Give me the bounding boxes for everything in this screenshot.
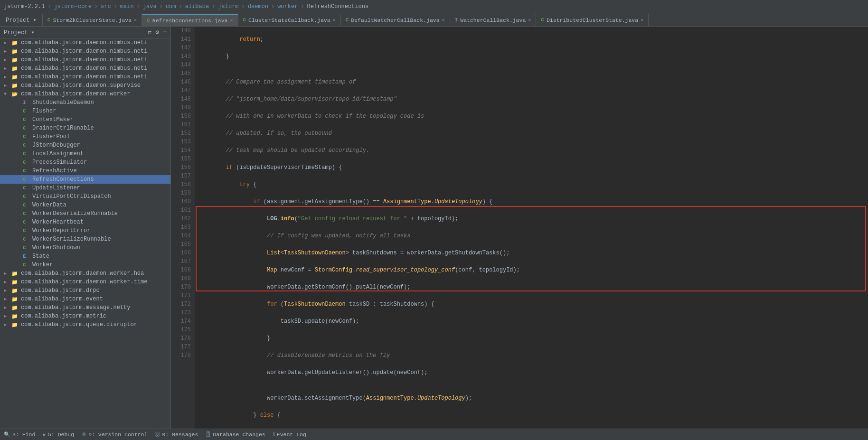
tree-label: Worker	[32, 262, 53, 268]
tree-label: WorkerShutdown	[32, 244, 80, 251]
tree-item-updatelistener[interactable]: C UpdateListener	[0, 184, 170, 192]
tree-item-nimbus1[interactable]: ▶ 📁 com.alibaba.jstorm.daemon.nimbus.net…	[0, 38, 170, 47]
tree-label: com.alibaba.jstorm.drpc	[21, 287, 100, 294]
tree-item-state[interactable]: E State	[0, 252, 170, 261]
tree-item-nimbus5[interactable]: ▶ 📁 com.alibaba.jstorm.daemon.nimbus.net…	[0, 73, 170, 81]
status-terminal[interactable]: ▶ 5: Debug	[43, 431, 74, 438]
tab-close-icon[interactable]: ✕	[442, 17, 445, 23]
messages-icon: ⓪	[155, 431, 160, 438]
line-num-161: 161	[175, 206, 191, 215]
event-log-icon: ℹ	[273, 431, 275, 438]
tree-item-worker[interactable]: C Worker	[0, 261, 170, 269]
tab-watcher-callback[interactable]: I WatcherCallBack.java ✕	[450, 14, 537, 26]
code-scroll[interactable]: 140 141 142 143 144 145 146 147 148 149 …	[171, 27, 868, 429]
tree-item-flusherpool[interactable]: C FlusherPool	[0, 132, 170, 141]
tab-distributed-cluster[interactable]: C DistributedClusterState.java ✕	[536, 14, 649, 26]
breadcrumb-core[interactable]: jstorm-core	[54, 3, 92, 10]
tree-item-localassignment[interactable]: C LocalAssignment	[0, 150, 170, 158]
tree-item-workerheartbeat[interactable]: C WorkerHeartbeat	[0, 218, 170, 226]
breadcrumb-daemon[interactable]: daemon	[248, 3, 268, 10]
find-icon: 🔍	[4, 431, 10, 438]
line-num-148: 148	[175, 95, 191, 103]
tree-item-virtualport[interactable]: C VirtualPortCtrlDispatch	[0, 192, 170, 201]
tab-close-icon[interactable]: ✕	[641, 17, 643, 23]
tree-label: VirtualPortCtrlDispatch	[32, 193, 111, 200]
tree-item-worker-folder[interactable]: ▼ 📂 com.alibaba.jstorm.daemon.worker	[0, 90, 170, 98]
sidebar-icon-gear[interactable]: ⚙	[155, 28, 159, 36]
line-num-165: 165	[175, 240, 191, 249]
tree-item-workershutdown[interactable]: C WorkerShutdown	[0, 243, 170, 252]
breadcrumb-alibaba[interactable]: alibaba	[185, 3, 209, 10]
tree-item-worker-hea[interactable]: ▶ 📁 com.alibaba.jstorm.daemon.worker.hea	[0, 269, 170, 278]
status-event-log[interactable]: ℹ Event Log	[273, 431, 306, 438]
tab-close-icon[interactable]: ✕	[230, 18, 233, 23]
code-line-153: List<TaskShutdownDaemon> taskShutdowns =…	[198, 249, 868, 257]
tree-item-processsimulator[interactable]: C ProcessSimulator	[0, 158, 170, 167]
tree-item-nimbus2[interactable]: ▶ 📁 com.alibaba.jstorm.daemon.nimbus.net…	[0, 47, 170, 56]
code-line-156: for (TaskShutdownDaemon taskSD : taskShu…	[198, 300, 868, 309]
tree-item-workerdeserialize[interactable]: C WorkerDeserializeRunnable	[0, 209, 170, 218]
breadcrumb-class[interactable]: RefreshConnections	[307, 3, 369, 10]
sidebar-icon-minimize[interactable]: ─	[163, 28, 167, 36]
tree-item-jstormdebugger[interactable]: C JStormDebugger	[0, 141, 170, 150]
tree-item-refreshactive[interactable]: C RefreshActive	[0, 167, 170, 175]
sidebar[interactable]: Project ▾ ⇄ ⚙ ─ ▶ 📁 com.alibaba.jstorm.d…	[0, 27, 171, 429]
tree-item-shutdownable[interactable]: I ShutdownableDaemon	[0, 98, 170, 107]
tab-bar: Project ▾ C StormZkClusterState.java ✕ C…	[0, 13, 868, 27]
tree-item-netty[interactable]: ▶ 📁 com.alibaba.jstorm.message.netty	[0, 303, 170, 312]
class-type-icon: C	[23, 142, 30, 148]
code-line-151: LOG.info("Get config reload request for …	[198, 215, 868, 223]
tree-item-workerdata[interactable]: C WorkerData	[0, 201, 170, 209]
tree-item-contextmaker[interactable]: C ContextMaker	[0, 115, 170, 124]
status-messages[interactable]: ⓪ 0: Messages	[155, 431, 198, 438]
sidebar-title: Project ▾	[4, 29, 35, 36]
status-db[interactable]: 🗄 Database Changes	[206, 431, 265, 438]
line-num-142: 142	[175, 44, 191, 52]
tab-close-icon[interactable]: ✕	[528, 17, 531, 23]
tab-refresh-connections[interactable]: C RefreshConnections.java ✕	[142, 14, 238, 26]
tab-storm-zk[interactable]: C StormZkClusterState.java ✕	[43, 14, 142, 26]
main-layout: Project ▾ ⇄ ⚙ ─ ▶ 📁 com.alibaba.jstorm.d…	[0, 27, 868, 429]
tab-close-icon[interactable]: ✕	[333, 17, 336, 23]
status-vcs[interactable]: ⑨ 9: Version Control	[82, 431, 147, 438]
tree-item-drpc[interactable]: ▶ 📁 com.alibaba.jstorm.drpc	[0, 286, 170, 295]
folder-icon: 📁	[11, 66, 19, 72]
tree-label: WorkerReportError	[32, 227, 90, 234]
tab-cluster-callback[interactable]: C ClusterStateCallback.java ✕	[238, 14, 341, 26]
tree-item-workerserialize[interactable]: C WorkerSerializeRunnable	[0, 235, 170, 243]
line-num-152: 152	[175, 129, 191, 138]
tab-type-icon: C	[147, 18, 150, 23]
class-type-icon: C	[23, 177, 30, 182]
code-line-144: // "jstorm_home/data/supervisor/topo-id/…	[198, 95, 868, 103]
breadcrumb-worker[interactable]: worker	[277, 3, 298, 10]
line-num-178: 178	[175, 351, 191, 360]
breadcrumb-jstorm[interactable]: jstorm	[218, 3, 238, 10]
tree-item-event[interactable]: ▶ 📁 com.alibaba.jstorm.event	[0, 295, 170, 303]
status-find[interactable]: 🔍 3: Find	[4, 431, 35, 438]
status-find-label: 3: Find	[12, 431, 35, 438]
tree-item-refreshconnections[interactable]: C RefreshConnections	[0, 175, 170, 184]
tree-item-workerreporterror[interactable]: C WorkerReportError	[0, 226, 170, 235]
tab-default-watcher[interactable]: C DefaultWatcherCallBack.java ✕	[341, 14, 450, 26]
breadcrumb-main[interactable]: main	[120, 3, 134, 10]
tree-item-drainerctrl[interactable]: C DrainerCtrlRunable	[0, 124, 170, 132]
tree-item-worker-time[interactable]: ▶ 📁 com.alibaba.jstorm.daemon.worker.tim…	[0, 278, 170, 286]
class-type-icon: C	[23, 219, 30, 225]
breadcrumb-src[interactable]: src	[101, 3, 111, 10]
breadcrumb-com[interactable]: com	[166, 3, 176, 10]
tab-close-icon[interactable]: ✕	[134, 17, 137, 23]
tree-item-metric[interactable]: ▶ 📁 com.alibaba.jstorm.metric	[0, 312, 170, 320]
tree-item-nimbus3[interactable]: ▶ 📁 com.alibaba.jstorm.daemon.nimbus.net…	[0, 56, 170, 64]
line-num-145: 145	[175, 69, 191, 78]
tree-item-supervise[interactable]: ▶ 📁 com.alibaba.jstorm.daemon.supervise	[0, 81, 170, 90]
tree-item-nimbus4[interactable]: ▶ 📁 com.alibaba.jstorm.daemon.nimbus.net…	[0, 64, 170, 73]
status-vcs-label: 9: Version Control	[88, 431, 147, 438]
tree-arrow: ▶	[4, 279, 11, 285]
breadcrumb-java[interactable]: java	[143, 3, 157, 10]
tab-project[interactable]: Project ▾	[0, 14, 43, 26]
line-num-172: 172	[175, 300, 191, 309]
sidebar-icon-1[interactable]: ⇄	[148, 28, 152, 36]
breadcrumb-project[interactable]: jstorm-2.2.1	[4, 3, 45, 10]
tree-item-disruptor[interactable]: ▶ 📁 com.alibaba.jstorm.queue.disruptor	[0, 320, 170, 329]
tree-item-flusher[interactable]: C Flusher	[0, 107, 170, 115]
